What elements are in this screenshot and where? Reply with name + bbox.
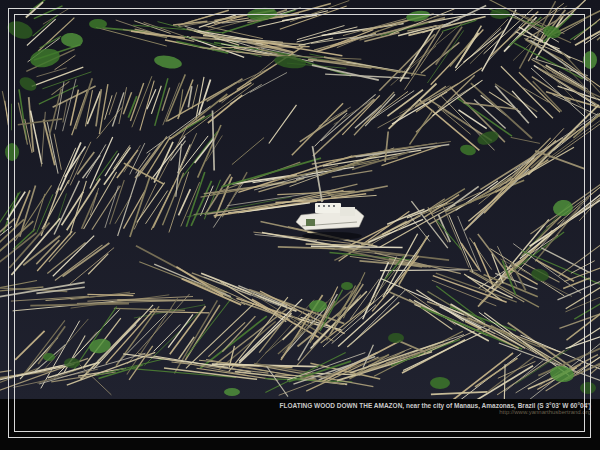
photographer-url: http://www.yannarthusbertrand.org: [0, 409, 591, 416]
photo-caption: FLOATING WOOD DOWN THE AMAZON, near the …: [0, 402, 591, 409]
photo-amazon-log-rafts: [0, 0, 600, 400]
caption-bar: FLOATING WOOD DOWN THE AMAZON, near the …: [0, 399, 600, 450]
wallpaper-stage: FLOATING WOOD DOWN THE AMAZON, near the …: [0, 0, 600, 450]
